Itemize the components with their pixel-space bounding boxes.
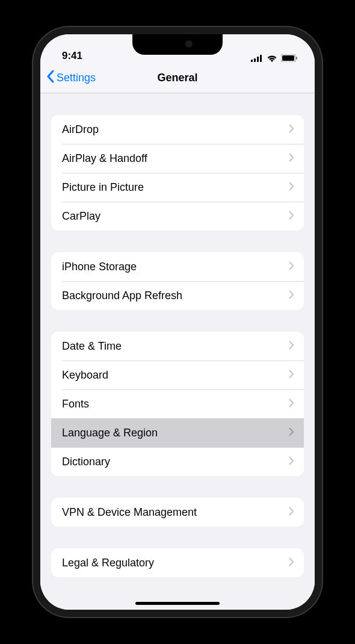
notch	[132, 34, 223, 55]
mute-switch	[38, 125, 40, 146]
row-label: Fonts	[62, 398, 89, 410]
wifi-icon	[267, 54, 277, 62]
row-label: AirDrop	[62, 123, 99, 136]
svg-rect-0	[251, 60, 253, 62]
svg-rect-1	[254, 58, 256, 62]
home-indicator[interactable]	[135, 602, 220, 605]
svg-rect-6	[296, 57, 297, 60]
settings-content[interactable]: AirDrop AirPlay & Handoff Picture in Pic…	[40, 93, 315, 610]
svg-rect-2	[257, 57, 259, 62]
chevron-right-icon	[289, 427, 294, 439]
volume-down-button	[38, 221, 40, 260]
row-label: CarPlay	[62, 210, 100, 223]
settings-row-legal-regulatory[interactable]: Legal & Regulatory	[51, 548, 304, 577]
chevron-right-icon	[289, 507, 294, 518]
chevron-right-icon	[289, 557, 294, 569]
settings-row-date-time[interactable]: Date & Time	[51, 332, 304, 361]
list-group: Legal & Regulatory	[51, 548, 304, 577]
svg-rect-3	[260, 55, 262, 62]
row-label: Background App Refresh	[62, 289, 182, 302]
chevron-right-icon	[289, 398, 294, 410]
settings-row-picture-in-picture[interactable]: Picture in Picture	[51, 173, 304, 202]
iphone-device-frame: 9:41	[33, 27, 322, 617]
list-group: Date & Time Keyboard Fonts	[51, 332, 304, 476]
power-button	[315, 185, 317, 245]
navigation-bar: Settings General	[40, 63, 315, 93]
back-label: Settings	[57, 72, 96, 84]
chevron-left-icon	[46, 70, 54, 86]
settings-row-airplay-handoff[interactable]: AirPlay & Handoff	[51, 144, 304, 173]
row-label: Picture in Picture	[62, 181, 144, 194]
settings-row-iphone-storage[interactable]: iPhone Storage	[51, 252, 304, 281]
row-label: Date & Time	[62, 340, 122, 353]
volume-up-button	[38, 170, 40, 209]
page-title: General	[157, 72, 197, 84]
settings-row-fonts[interactable]: Fonts	[51, 389, 304, 418]
row-label: Legal & Regulatory	[62, 557, 154, 569]
settings-row-vpn-device-management[interactable]: VPN & Device Management	[51, 498, 304, 527]
back-button[interactable]: Settings	[46, 70, 96, 86]
settings-row-language-region[interactable]: Language & Region	[51, 418, 304, 447]
status-icons	[251, 54, 298, 62]
chevron-right-icon	[289, 182, 294, 193]
settings-row-carplay[interactable]: CarPlay	[51, 202, 304, 231]
status-time: 9:41	[62, 50, 82, 62]
settings-row-dictionary[interactable]: Dictionary	[51, 447, 304, 476]
list-group: AirDrop AirPlay & Handoff Picture in Pic…	[51, 115, 304, 231]
settings-row-keyboard[interactable]: Keyboard	[51, 361, 304, 389]
chevron-right-icon	[289, 211, 294, 222]
chevron-right-icon	[289, 341, 294, 352]
row-label: iPhone Storage	[62, 261, 137, 273]
row-label: Keyboard	[62, 369, 108, 382]
row-label: Dictionary	[62, 456, 110, 468]
settings-row-airdrop[interactable]: AirDrop	[51, 115, 304, 144]
battery-icon	[281, 54, 298, 62]
chevron-right-icon	[289, 153, 294, 164]
chevron-right-icon	[289, 261, 294, 273]
list-group: VPN & Device Management	[51, 498, 304, 527]
settings-row-background-app-refresh[interactable]: Background App Refresh	[51, 281, 304, 310]
row-label: AirPlay & Handoff	[62, 152, 147, 165]
row-label: VPN & Device Management	[62, 506, 197, 519]
cellular-signal-icon	[251, 55, 263, 62]
svg-rect-5	[282, 55, 294, 61]
chevron-right-icon	[289, 290, 294, 302]
screen: 9:41	[40, 34, 315, 610]
row-label: Language & Region	[62, 427, 158, 439]
chevron-right-icon	[289, 370, 294, 381]
list-group: iPhone Storage Background App Refresh	[51, 252, 304, 310]
chevron-right-icon	[289, 124, 294, 135]
chevron-right-icon	[289, 456, 294, 468]
